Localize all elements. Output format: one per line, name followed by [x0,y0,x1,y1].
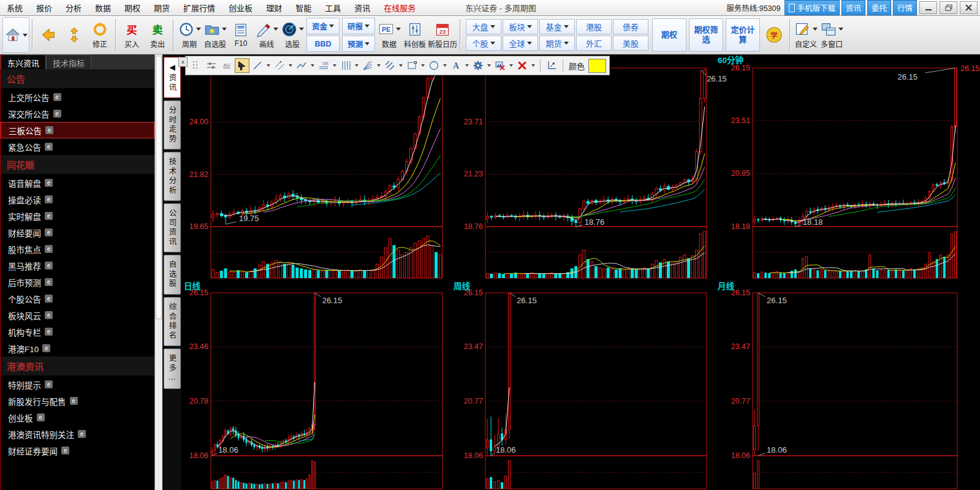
sidebar-item-实时解盘[interactable]: 实时解盘e [1,208,154,224]
sidebar-item-财经要闻[interactable]: 财经要闻e [1,224,154,241]
sidebar-item-三板公告[interactable]: 三板公告e [1,122,154,138]
coin-button[interactable]: 学 [761,18,787,52]
买入-button[interactable]: 买买入 [119,18,145,52]
sidebar-tab-东兴资讯[interactable]: 东兴资讯 [1,55,46,69]
chevron-down-icon[interactable] [531,64,535,67]
rect-tool-icon[interactable] [405,58,419,73]
sidebar-item-港澳F10[interactable]: 港澳F10e [1,340,154,356]
chevron-down-icon[interactable] [289,64,292,67]
sidebar-item-新股发行与配售[interactable]: 新股发行与配售e [1,393,154,409]
titlebar-button-委托[interactable]: 委托 [867,0,891,15]
vertical-tab-技术分析[interactable]: 技术分析 [164,152,181,201]
vertical-tab-综合排名[interactable]: 综合排名 [164,297,181,346]
chevron-down-icon[interactable] [399,64,403,67]
grip-tool-icon[interactable] [189,58,203,73]
parallel-tool-icon[interactable] [272,58,287,73]
updown-button[interactable] [61,18,87,52]
chevron-down-icon[interactable] [443,64,447,67]
gear-tool-icon[interactable] [471,58,485,73]
预测-button[interactable]: 预测 [342,36,375,52]
选股-button[interactable]: 选股 [279,18,305,52]
全球-button[interactable]: 全球 [503,36,538,51]
chevron-down-icon[interactable] [838,28,843,31]
menu-item-扩展行情[interactable]: 扩展行情 [177,2,222,13]
chevron-down-icon[interactable] [465,64,469,67]
债券-button[interactable]: 债券 [613,19,648,34]
BBD-button[interactable]: BBD [306,36,340,52]
sidebar-item-紧急公告[interactable]: 紧急公告e [1,138,154,155]
menu-item-分析[interactable]: 分析 [59,2,88,13]
chevron-down-icon[interactable] [396,28,401,31]
ag-tool-icon[interactable]: AG [219,58,234,73]
hatch-tool-icon[interactable] [382,58,397,73]
golden-tool-icon[interactable]: GE [316,58,331,73]
sidebar-item-股市焦点[interactable]: 股市焦点e [1,241,154,257]
sidebar-item-黑马推荐[interactable]: 黑马推荐e [1,257,154,274]
adjust-tool-icon[interactable] [204,58,219,73]
menu-item-理财[interactable]: 理财 [259,2,289,13]
sidebar-item-深交所公告[interactable]: 深交所公告e [1,105,154,122]
周期-button[interactable]: 周期 [177,18,202,52]
sidebar-item-财经证券要闻[interactable]: 财经证券要闻e [1,442,154,459]
板块-button[interactable]: 板块 [503,19,538,34]
chevron-down-icon[interactable] [273,28,278,31]
imgdel-tool-icon[interactable] [493,58,507,73]
vertical-tab-自选股[interactable]: 自选股 [164,255,181,295]
scale-tool-icon[interactable] [544,58,559,73]
menu-item-资讯[interactable]: 资讯 [348,2,377,13]
画线-button[interactable]: 画线 [254,18,279,52]
back-button[interactable] [36,18,61,52]
港股-button[interactable]: 港股 [576,19,612,34]
close-icon[interactable]: x [178,57,188,67]
美股-button[interactable]: 美股 [613,36,648,51]
menu-item-期权[interactable]: 期权 [118,2,147,13]
home-button[interactable] [2,17,29,53]
卖出-button[interactable]: 卖卖出 [145,18,170,52]
期权筛选-button[interactable]: 期权筛选 [689,18,723,51]
基金-button[interactable]: 基金 [539,19,575,34]
delete-tool-icon[interactable] [515,58,530,73]
外汇-button[interactable]: 外汇 [576,36,612,51]
sidebar-tab-技术指标[interactable]: 技术指标 [46,55,91,69]
chevron-down-icon[interactable] [311,64,314,67]
text-tool-icon[interactable]: A [449,58,463,73]
menu-item-在线服务[interactable]: 在线服务 [377,2,422,13]
sidebar-scrollbar[interactable] [154,55,162,490]
修正-button[interactable]: 修正 [87,18,113,52]
cursor-tool-icon[interactable] [235,58,249,73]
menu-item-数据[interactable]: 数据 [88,2,118,13]
fan-tool-icon[interactable] [360,58,375,73]
chevron-down-icon[interactable] [23,34,28,37]
titlebar-button-行情[interactable]: 行情 [893,0,917,15]
sidebar-item-个股公告[interactable]: 个股公告e [1,290,154,307]
自定义-button[interactable]: 自定义 [793,18,819,52]
自选股-button[interactable]: 自选股 [202,18,228,52]
sidebar-item-创业板[interactable]: 创业板e [1,409,154,426]
chevron-down-icon[interactable] [509,64,513,67]
F10-button[interactable]: F10 [228,18,254,52]
titlebar-button-手机版下载[interactable]: 手机版下载 [784,0,840,15]
vertical-tab-公司资讯[interactable]: 公司资讯 [164,203,181,252]
menu-item-期货[interactable]: 期货 [147,2,177,13]
资金-button[interactable]: 资金 [306,18,340,34]
vertical-tab-分时走势[interactable]: 分时走势 [164,100,181,149]
vertical-tab-更多…[interactable]: 更多… [164,349,181,389]
chevron-down-icon[interactable] [487,64,491,67]
新股日历-button[interactable]: 23新股日历 [428,18,457,52]
line-tool-icon[interactable] [250,58,265,73]
sidebar-item-操盘必读[interactable]: 操盘必读e [1,191,154,208]
circle-tool-icon[interactable] [427,58,441,73]
scrollbar-thumb[interactable] [156,56,162,319]
sidebar-item-机构专栏[interactable]: 机构专栏e [1,323,154,340]
研报-button[interactable]: 研报 [342,18,375,34]
sidebar-item-特别提示[interactable]: 特别提示e [1,376,154,393]
chevron-down-icon[interactable] [813,28,818,31]
sidebar-item-后市预测[interactable]: 后市预测e [1,274,154,290]
close-button[interactable] [960,1,978,14]
期货-button[interactable]: 期货 [539,36,575,51]
sidebar-item-板块风云[interactable]: 板块风云e [1,307,154,323]
vlines-tool-icon[interactable] [338,58,353,73]
chevron-down-icon[interactable] [222,28,227,31]
chevron-down-icon[interactable] [377,64,381,67]
menu-item-智能[interactable]: 智能 [289,2,318,13]
